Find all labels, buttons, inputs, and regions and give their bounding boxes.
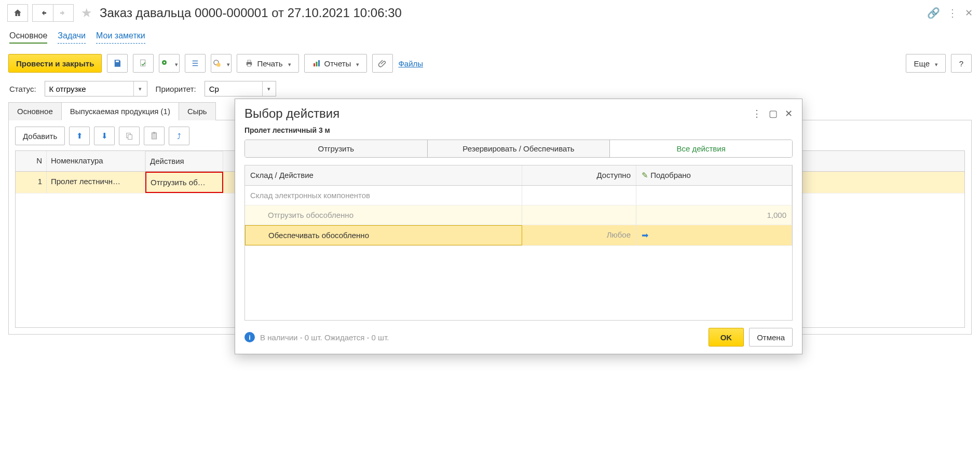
document-check-icon [139, 59, 148, 68]
seg-all[interactable]: Все действия [610, 140, 792, 157]
priority-label: Приоритет: [156, 85, 196, 93]
favorite-star-icon[interactable]: ★ [81, 6, 92, 20]
help-button[interactable]: ? [951, 54, 972, 73]
arrow-right-icon [59, 8, 68, 18]
nav-forward-button[interactable] [53, 4, 74, 22]
dialog-subtitle: Пролет лестничный 3 м [235, 124, 802, 140]
dialog-title: Выбор действия [244, 106, 752, 121]
chart-icon [312, 59, 321, 68]
print-button[interactable]: Печать [237, 54, 298, 73]
paste-icon [149, 131, 159, 141]
home-icon [13, 8, 22, 18]
svg-point-3 [217, 63, 221, 67]
seg-reserve[interactable]: Резервировать / Обеспечивать [428, 140, 610, 157]
arrow-down-icon: ⬇ [101, 131, 108, 141]
paperclip-icon [378, 59, 387, 68]
files-link[interactable]: Файлы [398, 59, 423, 68]
cell-nomenclature: Пролет лестничн… [47, 172, 145, 193]
dlg-col-picked[interactable]: ✎ Подобрано [636, 165, 792, 185]
copy-icon [125, 131, 134, 141]
svg-rect-6 [248, 64, 251, 67]
list-button[interactable] [185, 54, 206, 73]
close-icon[interactable]: ✕ [965, 7, 973, 19]
subnav-main[interactable]: Основное [9, 31, 47, 44]
seg-ship[interactable]: Отгрузить [245, 140, 428, 157]
grid-header-nomenclature[interactable]: Номенклатура [47, 151, 145, 171]
subnav-notes[interactable]: Мои заметки [96, 31, 145, 44]
action-dialog: Выбор действия ⋮ ▢ ✕ Пролет лестничный 3… [235, 99, 802, 343]
save-icon [113, 59, 122, 68]
reports-button[interactable]: Отчеты [304, 54, 367, 73]
create-based-button[interactable] [159, 54, 180, 73]
cancel-button[interactable]: Отмена [749, 328, 793, 343]
printer-icon [244, 59, 254, 68]
link-icon[interactable]: 🔗 [927, 7, 940, 19]
svg-rect-11 [128, 135, 132, 140]
info-icon: i [244, 332, 255, 342]
cell-action[interactable]: Отгрузить об… [145, 172, 223, 193]
dlg-row-ship[interactable]: Отгрузить обособленно 1,000 [245, 205, 792, 225]
status-combo[interactable]: ▾ [45, 81, 147, 96]
dialog-maximize-icon[interactable]: ▢ [769, 108, 778, 119]
fill-button[interactable]: ⤴ [169, 127, 189, 145]
svg-rect-13 [153, 132, 156, 134]
tab-raw[interactable]: Сырь [179, 102, 216, 120]
arrow-right-blue-icon[interactable]: ➡ [642, 231, 648, 240]
move-up-button[interactable]: ⬆ [69, 127, 90, 145]
dialog-grid: Склад / Действие Доступно ✎ Подобрано Ск… [244, 165, 793, 321]
arrow-up-icon: ⬆ [76, 131, 83, 141]
grid-header-n[interactable]: N [16, 151, 47, 171]
add-button[interactable]: Добавить [15, 127, 65, 145]
home-button[interactable] [7, 4, 28, 22]
paste-button[interactable] [144, 127, 165, 145]
branch-icon: ⤴ [177, 132, 181, 141]
priority-dropdown-icon[interactable]: ▾ [262, 81, 276, 96]
list-icon [190, 59, 200, 68]
svg-rect-9 [318, 60, 320, 66]
dlg-group-row[interactable]: Склад электронных компонентов [245, 186, 792, 205]
more-button[interactable]: Еще [906, 54, 946, 73]
priority-input[interactable] [205, 81, 262, 96]
ok-button[interactable]: OK [709, 328, 744, 343]
svg-rect-7 [314, 63, 315, 66]
save-button[interactable] [107, 54, 128, 73]
svg-rect-12 [152, 133, 157, 139]
nav-back-button[interactable] [32, 4, 53, 22]
post-and-close-button[interactable]: Провести и закрыть [8, 54, 102, 73]
create-arrow-icon [160, 59, 170, 68]
kebab-icon[interactable]: ⋮ [947, 7, 958, 19]
action-segment: Отгрузить Резервировать / Обеспечивать В… [244, 140, 793, 158]
priority-combo[interactable]: ▾ [205, 81, 276, 96]
settings-dropdown-button[interactable] [211, 54, 232, 73]
move-down-button[interactable]: ⬇ [94, 127, 115, 145]
tab-main[interactable]: Основное [8, 102, 62, 120]
status-input[interactable] [45, 81, 133, 96]
dlg-col-available[interactable]: Доступно [522, 165, 636, 185]
attach-button[interactable] [372, 54, 393, 73]
pencil-icon: ✎ [642, 171, 648, 179]
svg-rect-8 [316, 62, 317, 66]
grid-header-actions[interactable]: Действия [145, 151, 223, 171]
status-dropdown-icon[interactable]: ▾ [133, 81, 147, 96]
svg-rect-5 [248, 60, 251, 62]
gear-clock-icon [212, 59, 222, 68]
dlg-col-action[interactable]: Склад / Действие [245, 165, 522, 185]
subnav-tasks[interactable]: Задачи [58, 31, 86, 44]
dlg-row-provide[interactable]: Обеспечивать обособленно Любое ➡ [245, 225, 792, 246]
cell-n: 1 [16, 172, 47, 193]
status-label: Статус: [9, 85, 36, 93]
arrow-left-icon [38, 8, 48, 18]
page-title: Заказ давальца 0000-000001 от 27.10.2021… [100, 6, 402, 20]
dialog-close-icon[interactable]: ✕ [785, 108, 793, 119]
copy-button[interactable] [119, 127, 140, 145]
dialog-footer-info: В наличии - 0 шт. Ожидается - 0 шт. [260, 333, 389, 342]
dialog-kebab-icon[interactable]: ⋮ [752, 108, 761, 119]
post-button[interactable] [133, 54, 154, 73]
tab-products[interactable]: Выпускаемая продукция (1) [61, 102, 179, 120]
